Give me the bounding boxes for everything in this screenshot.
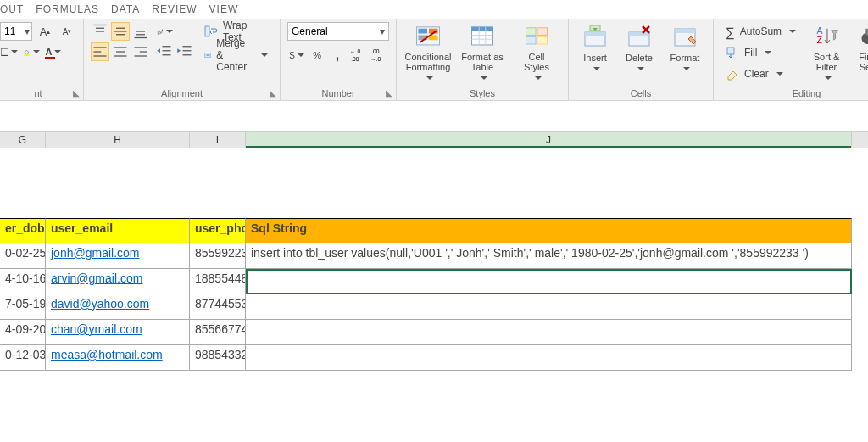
find-select-button[interactable]: Find & Select [852,22,868,83]
cell-phone[interactable]: 877445533 [190,294,246,320]
sigma-icon: ∑ [726,25,735,39]
group-label-font: nt [34,88,42,98]
delete-cells-button[interactable]: Delete [620,22,659,83]
header-cell[interactable]: er_dob [0,218,46,243]
delete-cells-label: Delete [626,53,653,64]
dialog-launcher-icon[interactable]: ◣ [73,88,80,98]
border-button[interactable] [0,42,19,61]
svg-text:→.0: →.0 [370,56,381,62]
autosum-button[interactable]: ∑ AutoSum [721,22,801,41]
format-cells-icon [671,24,698,51]
dialog-launcher-icon[interactable]: ◣ [270,88,276,98]
table-row: 7-05-19 david@yahoo.com 877445533 [0,294,868,320]
font-size-combo[interactable]: ▾ [0,22,32,41]
orientation-icon[interactable]: ab [155,22,174,41]
cell-email[interactable]: jonh@gmail.com [46,243,190,269]
align-left-icon[interactable] [91,42,109,61]
delete-cells-icon [626,24,653,51]
align-middle-icon[interactable] [111,22,130,41]
cell-email[interactable]: arvin@gmail.com [46,269,190,294]
cell-sql[interactable]: insert into tbl_user values(null,'U001 '… [246,243,852,269]
header-cell[interactable]: user_phone [190,218,246,243]
cell-dob[interactable]: 4-09-20 [0,320,46,345]
chevron-down-icon[interactable]: ▾ [23,25,31,37]
cell-email[interactable]: measa@hotmail.com [46,345,190,371]
number-format-input[interactable] [288,25,376,37]
cell-dob[interactable]: 7-05-19 [0,294,46,320]
accounting-format-button[interactable]: $ [287,46,306,64]
cell-phone[interactable]: 855667744 [190,320,246,345]
font-size-input[interactable] [1,25,23,37]
col-header-h[interactable]: H [46,132,190,148]
decrease-indent-icon[interactable] [155,42,174,61]
format-cells-label: Format [670,53,700,64]
cell-sql[interactable] [246,320,852,345]
svg-rect-49 [537,36,548,44]
cell-dob[interactable]: 0-12-03 [0,345,46,371]
sort-filter-label: Sort & Filter [810,52,843,73]
col-header-j[interactable]: J [246,132,852,148]
fill-color-button[interactable] [22,42,41,61]
dialog-launcher-icon[interactable]: ◣ [386,88,392,98]
header-cell[interactable]: user_email [46,218,190,243]
merge-center-icon [204,48,211,62]
svg-rect-35 [418,29,427,34]
fill-button[interactable]: Fill [721,43,801,62]
percent-format-button[interactable]: % [308,46,326,64]
svg-rect-48 [526,36,537,44]
format-cells-button[interactable]: Format [664,22,706,83]
font-color-button[interactable]: A [44,42,63,61]
merge-center-button[interactable]: Merge & Center [199,46,273,64]
cell-email[interactable]: david@yahoo.com [46,294,190,320]
align-center-icon[interactable] [111,42,130,61]
binoculars-icon [859,24,868,50]
spreadsheet: er_dob user_email user_phone Sql String … [0,218,868,371]
svg-rect-2 [24,54,30,56]
tab-page-layout[interactable]: OUT [0,3,24,15]
col-header-i[interactable]: I [190,132,246,148]
clear-button[interactable]: Clear [721,64,801,83]
cell-dob[interactable]: 0-02-25 [0,243,46,269]
conditional-formatting-icon [415,24,442,50]
cell-styles-button[interactable]: Cell Styles [512,22,561,83]
cell-sql[interactable] [246,269,852,294]
conditional-formatting-button[interactable]: Conditional Formatting [403,22,453,83]
cell-phone[interactable]: 988543322 [190,345,246,371]
insert-cells-button[interactable]: Insert [576,22,615,83]
align-bottom-icon[interactable] [131,22,150,41]
increase-indent-icon[interactable] [175,42,194,61]
cell-phone[interactable]: 855992233 [190,243,246,269]
col-header-g[interactable]: G [0,132,46,148]
svg-rect-54 [629,32,649,36]
tab-data[interactable]: DATA [111,3,140,15]
insert-cells-label: Insert [583,53,607,64]
increase-decimal-button[interactable]: ←.0.00 [348,46,367,64]
table-row: 4-10-16 arvin@gmail.com 188554483 [0,269,868,294]
tab-review[interactable]: REVIEW [152,3,197,15]
tab-view[interactable]: VIEW [209,3,239,15]
cell-dob[interactable]: 4-10-16 [0,269,46,294]
format-as-table-button[interactable]: Format as Table [458,22,507,83]
number-format-combo[interactable]: ▾ [287,22,389,41]
cell-email[interactable]: chan@ymail.com [46,320,190,345]
cell-styles-label: Cell Styles [515,52,558,73]
tab-formulas[interactable]: FORMULAS [36,3,99,15]
ribbon: ▾ A▴ A▾ A nt◣ [0,19,868,101]
cell-phone[interactable]: 188554483 [190,269,246,294]
align-top-icon[interactable] [91,22,109,41]
svg-rect-57 [727,48,734,54]
cell-sql[interactable] [246,294,852,320]
chevron-down-icon[interactable]: ▾ [376,25,388,37]
increase-font-icon[interactable]: A▴ [36,22,54,41]
cell-sql[interactable] [246,345,852,371]
decrease-decimal-button[interactable]: .00→.0 [369,46,387,64]
decrease-font-icon[interactable]: A▾ [58,22,76,41]
header-cell[interactable]: Sql String [246,218,852,243]
comma-format-button[interactable]: , [328,46,347,64]
svg-rect-51 [585,32,605,36]
svg-rect-41 [472,27,493,31]
group-label-number: Number [321,88,354,98]
table-row: 4-09-20 chan@ymail.com 855667744 [0,320,868,345]
sort-filter-button[interactable]: AZ Sort & Filter [806,22,847,83]
align-right-icon[interactable] [131,42,150,61]
